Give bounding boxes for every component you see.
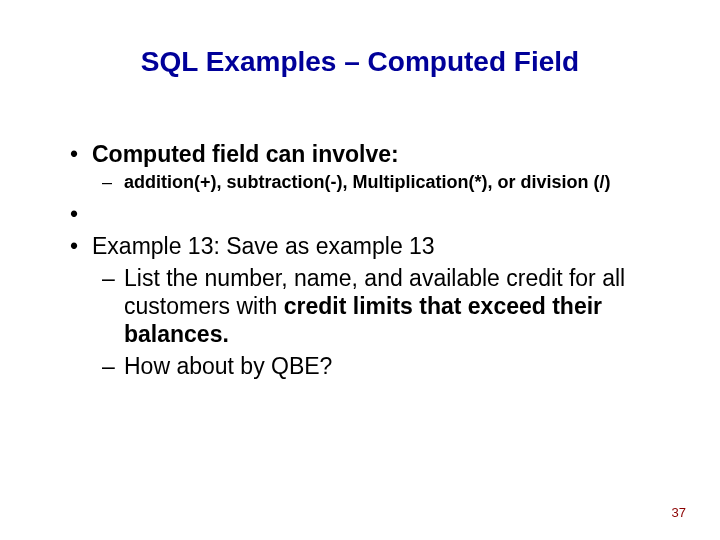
sub-bullet-list-credit: List the number, name, and available cre…: [92, 264, 666, 348]
bullet-example-13: Example 13: Save as example 13 List the …: [66, 232, 666, 380]
slide-body: Computed field can involve: addition(+),…: [66, 140, 666, 386]
bullet-text: Example 13: Save as example 13: [92, 233, 435, 259]
sub-bullet-qbe: How about by QBE?: [92, 352, 666, 380]
bullet-text: Computed field can involve:: [92, 141, 399, 167]
sub-bullet-text: addition(+), subtraction(-), Multiplicat…: [124, 172, 610, 192]
bullet-computed-field: Computed field can involve: addition(+),…: [66, 140, 666, 194]
sub-bullet-text: How about by QBE?: [124, 353, 332, 379]
slide-title: SQL Examples – Computed Field: [0, 46, 720, 78]
page-number: 37: [672, 505, 686, 520]
sub-list: List the number, name, and available cre…: [92, 264, 666, 380]
sub-list: addition(+), subtraction(-), Multiplicat…: [92, 172, 666, 194]
spacer: [66, 200, 666, 232]
bullet-list: Computed field can involve: addition(+),…: [66, 140, 666, 380]
slide: SQL Examples – Computed Field Computed f…: [0, 0, 720, 540]
sub-bullet-operators: addition(+), subtraction(-), Multiplicat…: [92, 172, 666, 194]
